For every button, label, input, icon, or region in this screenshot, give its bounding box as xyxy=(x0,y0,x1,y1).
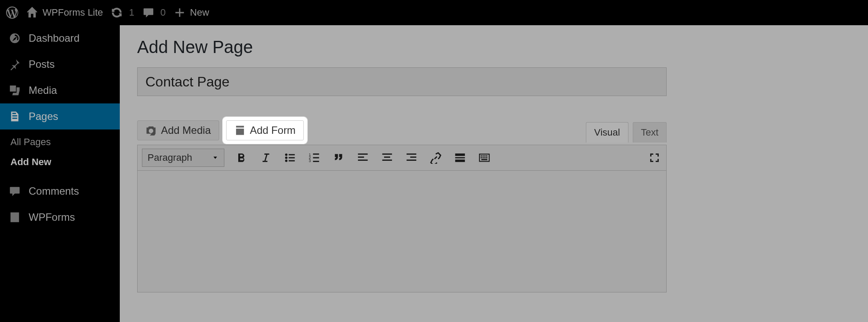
align-left-icon xyxy=(357,152,369,164)
italic-icon xyxy=(260,152,272,164)
svg-rect-13 xyxy=(358,156,364,158)
sidebar-item-media[interactable]: Media xyxy=(0,77,120,103)
keyboard-icon xyxy=(478,152,490,164)
sidebar-item-label: Media xyxy=(29,84,57,96)
format-selector[interactable]: Paragraph xyxy=(142,149,224,167)
format-selector-label: Paragraph xyxy=(148,152,192,163)
svg-rect-30 xyxy=(483,157,484,159)
svg-rect-28 xyxy=(486,155,487,156)
sidebar-item-posts[interactable]: Posts xyxy=(0,51,120,77)
svg-rect-33 xyxy=(481,159,487,160)
fullscreen-button[interactable] xyxy=(647,150,662,165)
sidebar-item-comments[interactable]: Comments xyxy=(0,178,120,204)
submenu-all-pages[interactable]: All Pages xyxy=(0,132,120,152)
comments-icon xyxy=(9,185,21,197)
camera-icon xyxy=(145,125,157,136)
wpforms-icon xyxy=(9,211,21,223)
numbered-list-icon: 123 xyxy=(308,152,320,164)
editor-content-area[interactable] xyxy=(137,171,667,292)
bullet-list-icon xyxy=(284,152,296,164)
sidebar-item-pages[interactable]: Pages xyxy=(0,103,120,129)
blockquote-button[interactable] xyxy=(331,150,346,165)
link-icon xyxy=(430,152,442,164)
svg-text:3: 3 xyxy=(309,159,311,163)
chevron-down-icon xyxy=(212,154,219,161)
svg-rect-9 xyxy=(313,157,319,159)
form-icon xyxy=(234,125,246,136)
site-title: WPForms Lite xyxy=(43,7,103,18)
bold-button[interactable] xyxy=(234,150,249,165)
editor-wrap: Add Media Add Form Visual Text Paragraph… xyxy=(137,120,667,292)
svg-rect-32 xyxy=(486,157,487,159)
svg-rect-3 xyxy=(289,157,295,159)
dashboard-icon xyxy=(9,32,21,44)
svg-rect-25 xyxy=(481,155,482,156)
svg-rect-22 xyxy=(455,157,465,159)
site-home[interactable]: WPForms Lite xyxy=(26,7,103,19)
svg-point-4 xyxy=(285,159,288,162)
svg-rect-14 xyxy=(358,159,368,161)
add-form-label: Add Form xyxy=(250,124,296,136)
add-form-button[interactable]: Add Form xyxy=(226,120,304,140)
read-more-button[interactable] xyxy=(453,150,467,165)
submenu-add-new[interactable]: Add New xyxy=(0,152,120,172)
italic-button[interactable] xyxy=(258,150,273,165)
sidebar-item-label: Dashboard xyxy=(29,32,79,44)
updates-link[interactable]: 1 xyxy=(111,7,134,19)
page-heading: Add New Page xyxy=(137,37,851,57)
media-icon xyxy=(9,84,21,96)
comments-link[interactable]: 0 xyxy=(142,7,166,19)
align-right-icon xyxy=(405,152,418,164)
editor-toolbar: Paragraph 123 xyxy=(137,145,667,171)
editor-tabs: Visual Text xyxy=(586,122,667,143)
svg-rect-11 xyxy=(313,161,319,162)
numbered-list-button[interactable]: 123 xyxy=(307,150,322,165)
updates-count: 1 xyxy=(129,7,134,18)
add-media-button[interactable]: Add Media xyxy=(137,120,219,140)
sidebar-item-label: Comments xyxy=(29,185,79,197)
pages-icon xyxy=(9,110,21,123)
align-right-button[interactable] xyxy=(404,150,419,165)
svg-rect-7 xyxy=(313,153,319,155)
toolbar-toggle-button[interactable] xyxy=(477,150,492,165)
sidebar-item-wpforms[interactable]: WPForms xyxy=(0,204,120,230)
svg-rect-16 xyxy=(384,156,390,158)
comments-count: 0 xyxy=(161,7,166,18)
wordpress-icon xyxy=(6,7,18,19)
new-content[interactable]: New xyxy=(174,7,209,19)
svg-rect-23 xyxy=(455,159,465,162)
svg-rect-21 xyxy=(455,153,465,156)
pages-submenu: All Pages Add New xyxy=(0,129,120,178)
svg-point-2 xyxy=(285,156,288,159)
tab-text[interactable]: Text xyxy=(633,122,667,143)
wordpress-logo[interactable] xyxy=(6,7,18,19)
svg-rect-29 xyxy=(481,157,482,159)
sidebar-item-dashboard[interactable]: Dashboard xyxy=(0,25,120,51)
svg-rect-19 xyxy=(410,156,416,158)
admin-bar: WPForms Lite 1 0 New xyxy=(0,0,868,25)
align-left-button[interactable] xyxy=(355,150,370,165)
align-center-icon xyxy=(381,152,393,164)
svg-rect-18 xyxy=(407,153,416,155)
admin-sidebar: Dashboard Posts Media Pages All Pages Ad… xyxy=(0,25,120,322)
svg-rect-27 xyxy=(484,155,486,156)
svg-rect-15 xyxy=(382,153,392,155)
svg-point-0 xyxy=(285,153,288,156)
post-title-input[interactable] xyxy=(137,67,667,96)
quote-icon xyxy=(332,152,345,164)
comment-icon xyxy=(142,7,155,19)
svg-rect-17 xyxy=(382,159,392,161)
sidebar-item-label: Posts xyxy=(29,58,55,70)
sidebar-item-label: WPForms xyxy=(29,211,75,223)
main-content: Add New Page Add Media Add Form Visual T… xyxy=(120,25,868,322)
link-button[interactable] xyxy=(428,150,443,165)
bullet-list-button[interactable] xyxy=(283,150,297,165)
home-icon xyxy=(26,7,38,19)
add-media-label: Add Media xyxy=(161,124,211,136)
align-center-button[interactable] xyxy=(380,150,395,165)
update-icon xyxy=(111,7,123,19)
pin-icon xyxy=(9,58,21,70)
tab-visual[interactable]: Visual xyxy=(586,122,628,143)
readmore-icon xyxy=(454,152,466,164)
svg-rect-31 xyxy=(484,157,486,159)
